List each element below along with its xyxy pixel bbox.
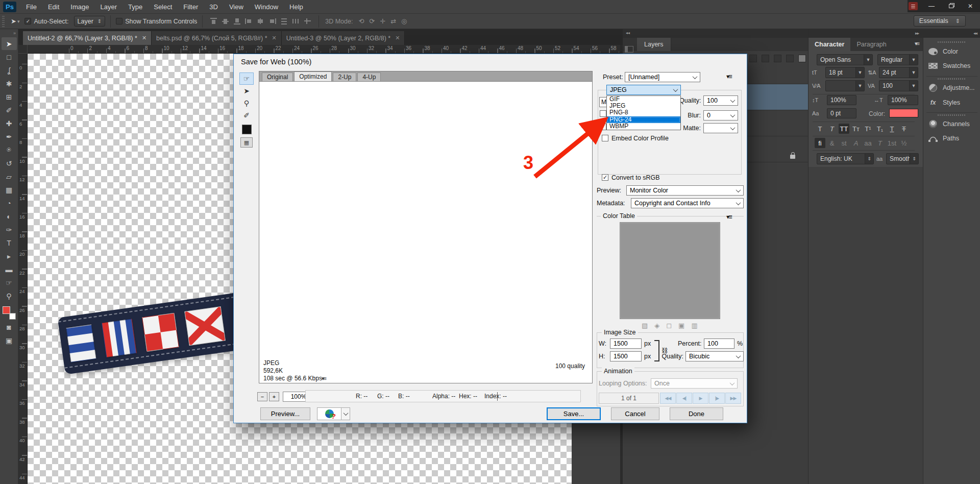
shift-web-icon[interactable]: ◈ bbox=[654, 322, 659, 329]
resample-quality-select[interactable]: Bicubic bbox=[685, 351, 744, 361]
tab-character[interactable]: Character bbox=[808, 38, 850, 51]
download-speed-menu-icon[interactable]: ▾≡ bbox=[322, 375, 326, 382]
3d-orbit-icon[interactable]: ⟲ bbox=[358, 17, 364, 25]
zoom-in-button[interactable]: + bbox=[269, 392, 279, 401]
menu-item[interactable]: 3D bbox=[204, 0, 224, 14]
auto-select-checkbox[interactable]: ✓ bbox=[24, 18, 31, 25]
distribute-vertical-icon[interactable] bbox=[280, 18, 288, 25]
width-field[interactable]: 1500 bbox=[610, 338, 642, 349]
preset-select[interactable]: [Unnamed] bbox=[625, 72, 700, 82]
distribute-horizontal-icon[interactable] bbox=[292, 18, 300, 25]
lock-color-icon[interactable]: ◻ bbox=[666, 322, 672, 329]
document-tab-untitled-2[interactable]: Untitled-2 @ 66,7% (Layer 3, RGB/8) * ✕ bbox=[23, 31, 152, 45]
all-caps-button[interactable]: TT bbox=[839, 124, 849, 134]
font-size-select[interactable]: 18 pt▼ bbox=[825, 67, 865, 78]
shape-tool[interactable]: ▬ bbox=[2, 263, 17, 276]
optimized-preview[interactable] bbox=[259, 81, 593, 383]
hand-tool[interactable]: ☞ bbox=[2, 276, 17, 289]
toggle-slices-button[interactable]: ▦ bbox=[240, 137, 253, 148]
kerning-select[interactable]: ▼ bbox=[825, 80, 865, 91]
filter-icon[interactable] bbox=[749, 55, 757, 62]
convert-srgb-checkbox[interactable]: ✓ bbox=[602, 174, 608, 181]
pen-tool[interactable]: ✑ bbox=[2, 223, 17, 236]
quick-selection-tool[interactable]: ✱ bbox=[2, 77, 17, 90]
ligatures-button[interactable]: fi bbox=[815, 138, 825, 148]
filter-icon[interactable] bbox=[774, 55, 781, 62]
swash-button[interactable]: A bbox=[851, 138, 862, 148]
preview-in-browser-button[interactable] bbox=[317, 407, 341, 420]
close-tab-icon[interactable]: ✕ bbox=[272, 35, 277, 41]
zoom-out-button[interactable]: − bbox=[257, 392, 267, 401]
last-frame-button[interactable]: ▶▶ bbox=[725, 393, 741, 404]
ordinals-button[interactable]: 1st bbox=[887, 138, 897, 148]
document-tab-untitled-3[interactable]: Untitled-3 @ 50% (Layer 2, RGB/8) * ✕ bbox=[282, 31, 405, 45]
tool-preset-chevron-icon[interactable]: ▾ bbox=[17, 19, 20, 24]
leading-select[interactable]: 24 pt▼ bbox=[879, 67, 918, 78]
quick-mask-button[interactable]: ◙ bbox=[2, 321, 17, 333]
zoom-tool-button[interactable]: ⚲ bbox=[239, 97, 254, 109]
underline-button[interactable]: T bbox=[887, 124, 897, 134]
align-vcenter-icon[interactable] bbox=[222, 18, 229, 25]
optimized-checkbox[interactable]: ✓ bbox=[600, 124, 606, 130]
vertical-scale-field[interactable]: 100% bbox=[827, 95, 856, 105]
dodge-tool[interactable]: ◐ bbox=[2, 210, 17, 223]
contextual-alternates-button[interactable]: & bbox=[827, 138, 838, 148]
panel-button-swatches[interactable]: Swatches bbox=[923, 59, 980, 73]
strikethrough-button[interactable]: T bbox=[899, 124, 910, 134]
menu-item[interactable]: Filter bbox=[178, 0, 204, 14]
preview-button[interactable]: Preview... bbox=[260, 407, 310, 420]
height-field[interactable]: 1500 bbox=[610, 351, 642, 361]
stylistic-alternates-button[interactable]: aa bbox=[863, 138, 873, 148]
dock-collapse-bar[interactable]: ▸▸ bbox=[808, 29, 923, 38]
save-button[interactable]: Save... bbox=[547, 407, 601, 420]
close-tab-icon[interactable]: ✕ bbox=[395, 35, 400, 41]
tab-2up[interactable]: 2-Up bbox=[333, 72, 356, 81]
done-button[interactable]: Done bbox=[670, 407, 723, 420]
looping-options-select[interactable]: Once bbox=[651, 378, 738, 389]
format-option-wbmp[interactable]: WBMP bbox=[607, 123, 680, 130]
3d-roll-icon[interactable]: ⟳ bbox=[369, 17, 375, 25]
blur-select[interactable]: 0 bbox=[703, 110, 738, 120]
collapse-tools-icon[interactable]: » bbox=[0, 29, 18, 37]
preview-mode-select[interactable]: Monitor Color bbox=[626, 185, 744, 196]
menu-item[interactable]: Select bbox=[148, 0, 178, 14]
tab-original[interactable]: Original bbox=[262, 72, 293, 81]
path-selection-tool[interactable]: ▸ bbox=[2, 250, 17, 262]
delete-color-icon[interactable]: ▥ bbox=[691, 322, 697, 329]
3d-zoom-icon[interactable]: ◎ bbox=[401, 17, 407, 25]
next-frame-button[interactable]: |▶ bbox=[709, 393, 725, 404]
restore-button[interactable] bbox=[941, 0, 961, 12]
cancel-button[interactable]: Cancel bbox=[611, 407, 659, 420]
healing-brush-tool[interactable]: ✚ bbox=[2, 117, 17, 130]
tracking-select[interactable]: 100▼ bbox=[879, 80, 918, 91]
tab-layers[interactable]: Layers bbox=[637, 38, 671, 51]
screen-mode-button[interactable]: ▣ bbox=[2, 334, 17, 347]
subscript-button[interactable]: T₁ bbox=[875, 124, 886, 134]
filter-icon[interactable] bbox=[786, 55, 794, 62]
3d-pan-icon[interactable]: ✛ bbox=[380, 17, 385, 25]
format-option-png24[interactable]: PNG-24 bbox=[607, 116, 680, 123]
tab-optimized[interactable]: Optimized bbox=[294, 71, 332, 81]
menu-item[interactable]: Image bbox=[65, 0, 94, 14]
menu-item[interactable]: View bbox=[224, 0, 249, 14]
add-color-icon[interactable]: ▣ bbox=[678, 322, 684, 329]
format-select[interactable]: JPEG bbox=[606, 85, 681, 95]
distribute-center-icon[interactable] bbox=[304, 18, 311, 25]
previous-frame-button[interactable]: ◀| bbox=[676, 393, 692, 404]
marquee-tool[interactable]: □ bbox=[2, 51, 17, 63]
gradient-tool[interactable]: ▦ bbox=[2, 183, 17, 196]
eyedropper-color-swatch[interactable] bbox=[242, 125, 252, 134]
eyedropper-tool[interactable]: ✐ bbox=[2, 104, 17, 116]
close-tab-icon[interactable]: ✕ bbox=[142, 35, 146, 41]
close-button[interactable]: ✕ bbox=[961, 0, 980, 12]
baseline-shift-field[interactable]: 0 pt bbox=[827, 108, 856, 118]
dock-collapse-bar[interactable]: ◂◂ bbox=[623, 29, 808, 38]
minimize-button[interactable]: — bbox=[922, 0, 941, 12]
tab-4up[interactable]: 4-Up bbox=[357, 72, 381, 81]
fractions-button[interactable]: ½ bbox=[899, 138, 910, 148]
text-color-swatch[interactable] bbox=[889, 109, 918, 117]
filter-toggle-icon[interactable] bbox=[798, 55, 806, 62]
eyedropper-tool-button[interactable]: ✐ bbox=[239, 109, 254, 122]
titling-alternates-button[interactable]: T bbox=[875, 138, 886, 148]
menu-item[interactable]: File bbox=[20, 0, 42, 14]
